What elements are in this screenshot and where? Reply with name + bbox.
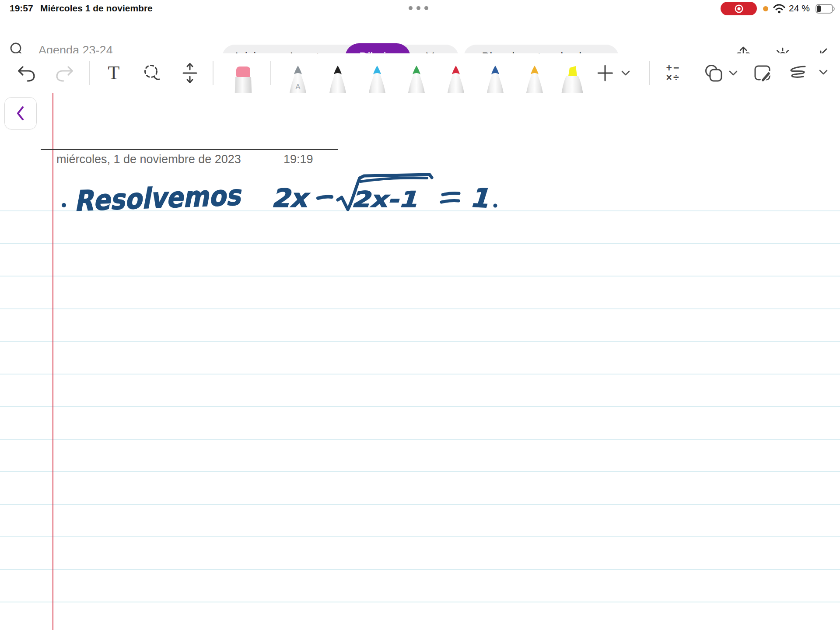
ink-rhs: 1 [469,182,489,214]
insert-space-button[interactable] [178,61,202,85]
status-date: Miércoles 1 de noviembre [40,3,153,14]
undo-button[interactable] [14,61,38,85]
ink-lhs: 2x [271,183,310,213]
chevron-left-icon [16,105,25,121]
ink-to-shape-button[interactable] [788,61,831,85]
status-bar: 19:57 Miércoles 1 de noviembre 24 % [0,0,840,18]
shapes-icon [703,63,739,83]
lasso-select-icon [142,63,161,83]
shapes-button[interactable] [701,61,741,85]
ink-radicand: 2x-1 [351,187,417,212]
ink-word: Resolvemos [74,179,242,217]
page-canvas[interactable]: miércoles, 1 de noviembre de 2023 19:19 … [0,93,840,630]
screen-recording-indicator[interactable] [721,2,757,15]
ruled-line [0,536,840,537]
ruled-line [0,341,840,342]
ruled-line [0,569,840,570]
ruled-line [0,243,840,244]
svg-text:A: A [295,83,301,91]
ruled-line [0,276,840,276]
math-icon-bottom: ×÷ [666,73,681,83]
undo-icon [16,63,36,83]
margin-line [52,93,53,630]
ruled-line [0,374,840,374]
math-button[interactable]: +− ×÷ [662,61,685,85]
record-icon [733,3,745,14]
orange-privacy-dot [763,6,768,11]
page-time: 19:19 [284,153,313,166]
divider [213,61,214,85]
note-edit-button[interactable] [752,61,775,85]
redo-button[interactable] [53,61,77,85]
note-edit-icon [753,63,774,83]
text-tool-button[interactable]: T [102,61,126,85]
ruled-line [0,439,840,440]
battery-percent: 24 % [789,3,810,14]
handwritten-equation: Resolvemos 2x 2x-1 1 [57,173,508,226]
ruled-line [0,406,840,407]
add-pen-button[interactable] [596,61,634,85]
divider [89,61,90,85]
title-underline [41,149,338,150]
battery-icon [816,4,835,14]
ruled-line [0,602,840,602]
wifi-icon [773,4,786,14]
insert-space-icon [181,63,199,84]
page-date: miércoles, 1 de noviembre de 2023 [56,153,241,166]
ink-to-shape-icon [788,63,830,83]
ruled-line [0,471,840,472]
ruled-line [0,308,840,309]
text-tool-label: T [108,63,120,83]
clock-time: 19:57 [10,3,33,14]
multitask-dots-icon[interactable] [409,6,428,10]
divider [270,61,271,85]
redo-icon [55,63,75,83]
ruled-line [0,504,840,505]
top-nav-bar: Agenda 23-24 Inicio Insertar Dibujar Ver… [0,18,840,53]
onenote-app: 19:57 Miércoles 1 de noviembre 24 % [0,0,840,630]
plus-icon [598,64,632,82]
lasso-select-button[interactable] [140,61,164,85]
draw-toolbar: T [0,53,840,93]
back-button[interactable] [4,97,37,130]
divider [649,61,650,85]
